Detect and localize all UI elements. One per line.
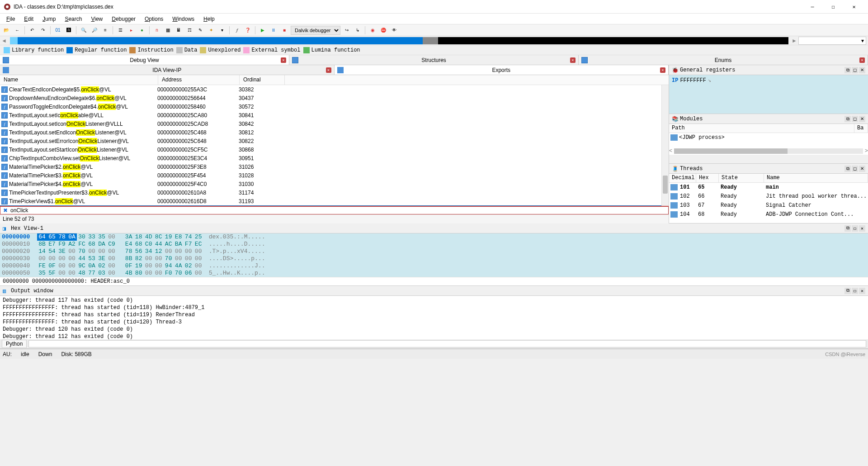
function-icon: f <box>1 112 8 119</box>
watch-icon[interactable]: 👁 <box>390 26 399 35</box>
maximize-button[interactable]: ☐ <box>823 0 844 14</box>
table-row[interactable]: fTextInputLayout.setIconClickable@VLL000… <box>0 111 669 119</box>
col-name[interactable]: Name <box>0 75 158 85</box>
table-row[interactable]: fMainActivity$1.onClick@VL000000000026C6… <box>0 205 669 206</box>
thread-row[interactable]: 10266ReadyJit thread pool worker threa..… <box>669 192 868 201</box>
debugger-select[interactable]: Dalvik debugger <box>291 26 340 35</box>
table-row[interactable]: fChipTextInputComboView.setOnClickListen… <box>0 154 669 162</box>
star-icon[interactable]: ✦ <box>207 26 216 35</box>
flag-icon-red[interactable]: ▸ <box>127 26 136 35</box>
zoom-icon[interactable]: 🔍 <box>79 26 88 35</box>
hex-line[interactable]: 00000000 6465780A30333500 3A184D8C19E874… <box>2 233 866 241</box>
table-row[interactable]: fMaterialTimePicker$2.onClick@VL00000000… <box>0 162 669 171</box>
table-row[interactable]: fTextInputLayout.setErrorIconOnClickList… <box>0 137 669 145</box>
thread-row[interactable]: 10468ReadyADB-JDWP Connection Cont... <box>669 210 868 219</box>
menu-edit[interactable]: Edit <box>20 15 37 23</box>
minimize-button[interactable]: — <box>802 0 823 14</box>
nav-dropdown[interactable]: ▾ <box>798 37 866 45</box>
table-row[interactable]: fMaterialTimePicker$4.onClick@VL00000000… <box>0 180 669 188</box>
chart-icon[interactable]: ☰ <box>116 26 125 35</box>
close-icon[interactable]: × <box>281 57 286 63</box>
scrollbar[interactable] <box>661 85 669 206</box>
legend-item: Instruction <box>129 47 173 53</box>
table-row[interactable]: fTextInputLayout.setEndIconOnClickListen… <box>0 128 669 137</box>
flag-icon-green[interactable]: ● <box>137 26 146 35</box>
more-icon[interactable]: ▾ <box>217 26 226 35</box>
script-icon[interactable]: 𝑓 <box>232 26 241 35</box>
col-ordinal[interactable]: Ordinal <box>240 75 285 85</box>
binary-icon[interactable]: 01 <box>53 26 62 35</box>
search-icon[interactable]: 🔎 <box>90 26 99 35</box>
run-icon[interactable]: ▶ <box>258 26 267 35</box>
save-icon[interactable]: ← <box>13 26 22 35</box>
table-row[interactable]: fClearTextEndIconDelegate$5.onClick@VL00… <box>0 85 669 94</box>
table-row[interactable]: fTextInputLayout.setStartIconOnClickList… <box>0 145 669 154</box>
table-row[interactable]: fPasswordToggleEndIconDelegate$4.onClick… <box>0 102 669 111</box>
module-row[interactable]: <JDWP process> <box>669 133 868 142</box>
redo-icon[interactable]: ↷ <box>38 26 47 35</box>
nav-right-icon[interactable]: ► <box>790 37 798 45</box>
stop-icon[interactable]: ■ <box>280 26 289 35</box>
subtab-ida-view-ip[interactable]: IDA View-IP× <box>0 65 335 75</box>
question-icon[interactable]: ❓ <box>243 26 252 35</box>
blocks-icon[interactable]: ▦ <box>163 26 172 35</box>
tab-structures[interactable]: Structures× <box>289 55 579 65</box>
nav-track[interactable] <box>10 37 788 44</box>
clear-search-icon[interactable]: ✖ <box>2 207 9 214</box>
search-input[interactable] <box>10 207 668 214</box>
down-icon[interactable]: n <box>152 26 161 35</box>
python-input[interactable] <box>28 340 866 347</box>
close-panel-icon[interactable]: ✕ <box>859 67 865 73</box>
menu-file[interactable]: File <box>3 15 19 23</box>
calc-icon[interactable]: 🖩 <box>174 26 183 35</box>
thread-row[interactable]: 10367ReadySignal Catcher <box>669 201 868 210</box>
table-row[interactable]: fTimePickerView$1.onClick@VL000000000026… <box>0 197 669 205</box>
output-body[interactable]: Debugger: thread 117 has exited (code 0)… <box>0 296 868 339</box>
table-row[interactable]: fTextInputLayout.setIconOnClickListener@… <box>0 119 669 128</box>
edit-icon[interactable]: ✎ <box>196 26 205 35</box>
menu-help[interactable]: Help <box>200 15 218 23</box>
table-row[interactable]: fDropdownMenuEndIconDelegate$6.onClick@V… <box>0 94 669 102</box>
menu-windows[interactable]: Windows <box>169 15 198 23</box>
hex-line[interactable]: 00000050 355F000048770300 4B800000F07006… <box>2 270 866 277</box>
step-into-icon[interactable]: ↳ <box>353 26 362 35</box>
undock-icon[interactable]: ⧉ <box>844 67 851 73</box>
thread-row[interactable]: 10165Readymain <box>669 183 868 192</box>
table-row[interactable]: fTimePickerTextInputPresenter$3.onClick@… <box>0 188 669 197</box>
close-icon[interactable]: × <box>859 57 865 63</box>
hex-line[interactable]: 00000040 FE0F00009C0A0200 0F190000944A02… <box>2 262 866 270</box>
list-icon[interactable]: ☶ <box>185 26 194 35</box>
close-icon[interactable]: × <box>326 67 331 73</box>
menu-search[interactable]: Search <box>61 15 85 23</box>
undo-icon[interactable]: ↶ <box>28 26 37 35</box>
text-icon[interactable]: 🅰 <box>64 26 73 35</box>
hex-line[interactable]: 00000030 0000000044533E00 8B820000700000… <box>2 255 866 262</box>
open-icon[interactable]: 📂 <box>2 26 11 35</box>
hex-line[interactable]: 00000010 8BE7F9A2FC68DAC9 E468C044ACBAF7… <box>2 241 866 248</box>
table-row[interactable]: fMaterialTimePicker$3.onClick@VL00000000… <box>0 171 669 180</box>
hex-line[interactable]: 00000020 14543E0070000000 78563412000000… <box>2 248 866 255</box>
close-icon[interactable]: × <box>660 67 665 73</box>
menu-jump[interactable]: Jump <box>39 15 59 23</box>
statusbar: AU: idle Down Disk: 589GB CSDN @iReverse <box>0 349 868 359</box>
bp-icon[interactable]: ◉ <box>368 26 377 35</box>
bp-list-icon[interactable]: ⛔ <box>379 26 388 35</box>
pause-icon[interactable]: ⏸ <box>269 26 278 35</box>
python-button[interactable]: Python <box>2 340 27 348</box>
max-icon[interactable]: ◻ <box>852 67 858 73</box>
nav-left-icon[interactable]: ◄ <box>0 37 8 45</box>
goto-icon[interactable]: ≡ <box>101 26 110 35</box>
tab-debug-view[interactable]: Debug View× <box>0 55 289 65</box>
close-icon[interactable]: × <box>570 57 576 63</box>
hex-body[interactable]: 00000000 6465780A30333500 3A184D8C19E874… <box>0 233 868 277</box>
menu-view[interactable]: View <box>87 15 106 23</box>
subtab-exports[interactable]: Exports× <box>335 65 669 75</box>
col-address[interactable]: Address <box>158 75 240 85</box>
menu-options[interactable]: Options <box>141 15 167 23</box>
step-over-icon[interactable]: ↪ <box>342 26 351 35</box>
tab-icon <box>3 67 9 73</box>
tab-enums[interactable]: Enums× <box>579 55 868 65</box>
menu-debugger[interactable]: Debugger <box>108 15 139 23</box>
menubar: FileEditJumpSearchViewDebuggerOptionsWin… <box>0 14 868 24</box>
close-button[interactable]: ✕ <box>844 0 864 14</box>
